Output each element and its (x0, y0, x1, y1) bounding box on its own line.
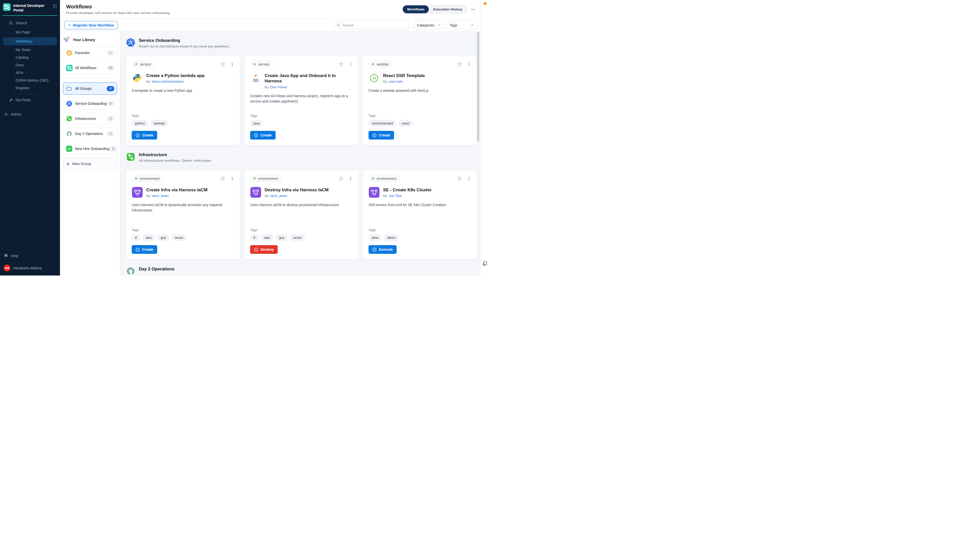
sidebar-item-admin[interactable]: Admin (0, 110, 60, 118)
library-item-day-2-operations[interactable]: Day 2 Operations 3 (63, 127, 117, 140)
sidebar-item-label: My Page (16, 30, 30, 34)
owner-link[interactable]: user:web (389, 79, 403, 83)
categories-dropdown[interactable]: Categories (414, 21, 444, 29)
sidebar-item-my-page[interactable]: My Page (0, 27, 60, 37)
workflow-card-python-lambda: service (126, 56, 240, 145)
tab-workflows[interactable]: Workflows (403, 5, 429, 13)
by-label: By (265, 194, 269, 198)
sidebar-item-dora-metrics[interactable]: DORA Metrics (SEI) (0, 76, 60, 84)
section-header: Service Onboarding Reach out to #archite… (126, 38, 477, 48)
owner-link[interactable]: Demo Administrators (152, 79, 184, 83)
new-group-button[interactable]: + New Group (63, 158, 117, 170)
card-title: SE - Create K8s Cluster (383, 187, 431, 192)
card-title-block: Create Infra via Harness IaCM Byiacm_tea… (146, 187, 207, 198)
brand: Internal Developer Portal (0, 0, 60, 15)
card-menu-icon[interactable] (348, 62, 353, 67)
sidebar-item-search[interactable]: Search (0, 18, 60, 27)
app-switcher-grid-icon[interactable] (53, 4, 57, 8)
favorite-star-icon[interactable] (457, 176, 462, 181)
library-item-service-onboarding[interactable]: Service Onboarding 3 (63, 97, 117, 110)
favorite-star-icon[interactable] (339, 62, 344, 67)
register-new-workflow-button[interactable]: + Register New Workflow (64, 21, 118, 29)
tag-pill: java (250, 120, 263, 127)
card-title-row: JS React SSR Template Byuser:web (369, 73, 471, 84)
header-overflow-menu-icon[interactable] (471, 7, 476, 12)
sidebar-item-workflows[interactable]: Workflows (3, 37, 57, 45)
card-menu-icon[interactable] (467, 176, 471, 181)
card-title-block: Create Java App and Onboard it to Harnes… (265, 73, 353, 89)
section-service-onboarding: Service Onboarding Reach out to #archite… (126, 38, 477, 145)
sidebar-item-catalog[interactable]: Catalog (0, 54, 60, 61)
sidebar-item-my-team[interactable]: My Team (0, 46, 60, 54)
create-button[interactable]: Create (132, 245, 157, 254)
favorites-star-icon (66, 49, 73, 56)
library-title: Your Library (73, 38, 95, 42)
cards-row: service (126, 56, 477, 145)
favorite-star-icon[interactable] (457, 62, 462, 67)
search-input[interactable] (342, 23, 406, 27)
card-top: environment (250, 175, 353, 182)
tab-execution-history[interactable]: Execution History (429, 5, 467, 13)
category-badge: environment (369, 175, 400, 182)
favorite-star-icon[interactable] (220, 62, 225, 67)
sidebar-item-register[interactable]: Register (0, 84, 60, 92)
sidebar-item-docs[interactable]: Docs (0, 61, 60, 69)
user-menu[interactable]: HM Himanshu Mishra (0, 260, 60, 272)
execute-button[interactable]: Execute (369, 245, 396, 254)
sidebar-item-apis[interactable]: APIs (0, 69, 60, 76)
user-name: Himanshu Mishra (13, 266, 42, 270)
library-item-new-hire-onboarding[interactable]: New Hire Onboarding 5 (63, 143, 117, 155)
favorite-star-icon[interactable] (339, 176, 344, 181)
plus-icon: + (68, 23, 71, 27)
card-byline: Byuser:web (383, 79, 425, 83)
card-top: service (250, 61, 353, 68)
favorite-star-icon[interactable] (220, 176, 225, 181)
section-header-text: Infrastructure All infrastructure workfl… (139, 152, 211, 162)
workflow-card-react-ssr: website (363, 56, 477, 145)
create-button[interactable]: Create (132, 131, 157, 140)
owner-link[interactable]: iacm_team (152, 194, 169, 198)
sidebar-item-label: DevTools (16, 98, 31, 102)
card-menu-icon[interactable] (348, 176, 353, 181)
card-title-row: Create a Python lambda app ByDemo Admini… (132, 73, 234, 84)
kubernetes-icon (66, 100, 73, 107)
card-menu-icon[interactable] (230, 62, 234, 67)
gear-icon (253, 176, 256, 180)
owner-link[interactable]: Dan Flores (270, 85, 287, 89)
card-byline: Byiacm_team (265, 194, 328, 198)
create-button[interactable]: Create (369, 131, 394, 140)
library-item-infrastructure[interactable]: Infrastructure 3 (63, 113, 117, 125)
category-badge: environment (132, 175, 163, 182)
section-infrastructure: Infrastructure All infrastructure workfl… (126, 152, 477, 260)
card-top: service (132, 61, 234, 68)
card-byline: ByDan Flores (265, 85, 353, 89)
page-title: Workflows (66, 4, 170, 10)
owner-link[interactable]: iacm_team (270, 194, 287, 198)
by-label: By (146, 194, 150, 198)
card-byline: ByDemo Administrators (146, 79, 205, 83)
library-item-all-workflows[interactable]: All Workflows 23 (63, 62, 117, 74)
category-badge: service (250, 61, 273, 68)
card-menu-icon[interactable] (467, 62, 471, 67)
chat-bubbles-icon[interactable] (482, 260, 489, 267)
library-item-favorites[interactable]: Favorites 1 (63, 47, 117, 59)
card-menu-icon[interactable] (230, 176, 234, 181)
play-circle-icon (372, 248, 377, 252)
sidebar-item-devtools[interactable]: DevTools (0, 96, 60, 104)
sidebar-item-help[interactable]: ? Help (0, 251, 60, 260)
tags-dropdown[interactable]: Tags (446, 21, 477, 29)
create-button[interactable]: Create (250, 131, 275, 140)
owner-link[interactable]: Joe Titra (389, 194, 402, 198)
destroy-button[interactable]: Destroy (250, 245, 278, 254)
button-label: Destroy (261, 248, 274, 251)
card-tags: Tags recommended react (369, 114, 471, 127)
card-top: environment (369, 175, 471, 182)
library-item-all-groups[interactable]: All Groups 4 (63, 83, 117, 95)
infrastructure-icon (126, 152, 135, 162)
workflow-card-create-infra: environment (126, 170, 240, 260)
sidebar-item-label: Search (16, 21, 27, 25)
sidebar-nav: Search My Page Workflows My Team Catalog… (0, 16, 60, 118)
card-title-block: Destroy Infra via Harness IaCM Byiacm_te… (265, 187, 328, 198)
sidebar-item-label: Help (11, 254, 18, 258)
vertical-scrollbar[interactable] (477, 32, 479, 141)
